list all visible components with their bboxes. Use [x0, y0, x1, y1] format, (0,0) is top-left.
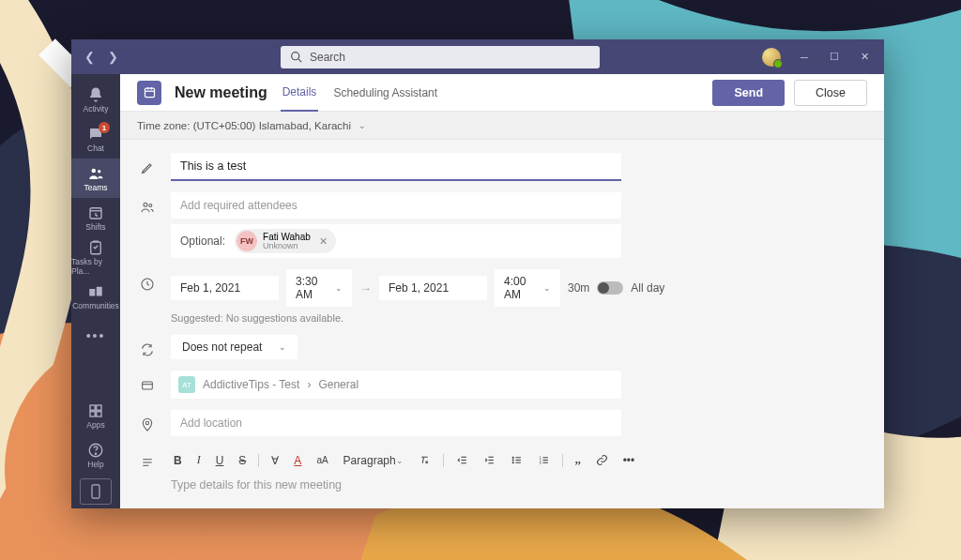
more-icon: ••• — [87, 327, 104, 344]
indent-button[interactable] — [480, 452, 498, 468]
window-minimize-button[interactable]: ─ — [798, 52, 811, 63]
underline-button[interactable]: U — [213, 452, 227, 469]
rail-tasks[interactable]: Tasks by Pla... — [71, 237, 120, 277]
font-size-button[interactable]: aA — [313, 453, 330, 467]
rail-help[interactable]: Help — [71, 435, 120, 475]
tab-scheduling-assistant[interactable]: Scheduling Assistant — [331, 75, 439, 111]
svg-rect-11 — [89, 289, 95, 296]
pencil-icon — [139, 153, 156, 175]
search-placeholder: Search — [310, 51, 345, 64]
description-icon — [139, 447, 156, 470]
chevron-right-icon: › — [307, 378, 311, 391]
search-input[interactable]: Search — [281, 46, 600, 68]
details-textarea[interactable]: Type details for this new meeting — [171, 473, 865, 497]
rail-label: Teams — [84, 183, 107, 192]
arrow-right-icon: → — [359, 281, 372, 295]
start-date-input[interactable]: Feb 1, 2021 — [171, 276, 279, 300]
svg-point-5 — [98, 170, 100, 173]
required-attendees-input[interactable]: Add required attendees — [171, 192, 621, 219]
chip-remove-icon[interactable]: ✕ — [316, 235, 330, 248]
location-icon — [139, 410, 156, 432]
svg-point-2 — [292, 53, 299, 60]
people-icon — [139, 192, 156, 215]
nav-forward-icon[interactable]: ❯ — [108, 50, 118, 64]
suggested-times: Suggested: No suggestions available. — [171, 312, 865, 324]
avatar[interactable] — [762, 48, 781, 67]
nav-back-icon[interactable]: ❮ — [84, 50, 95, 64]
location-input[interactable]: Add location — [171, 410, 621, 436]
paragraph-selector[interactable]: Paragraph ⌄ — [341, 452, 406, 469]
all-day-toggle[interactable] — [597, 281, 623, 295]
rail-label: Shifts — [85, 222, 105, 232]
send-button[interactable]: Send — [712, 80, 785, 106]
rail-teams[interactable]: Teams — [71, 159, 120, 198]
close-button[interactable]: Close — [794, 80, 867, 106]
duration-label: 30m — [568, 281, 589, 295]
rail-more[interactable]: ••• — [71, 316, 120, 356]
svg-point-29 — [145, 421, 148, 424]
window-close-button[interactable]: ✕ — [858, 51, 871, 63]
link-button[interactable] — [593, 452, 611, 468]
end-time-input[interactable]: 4:00 AM⌄ — [495, 269, 560, 307]
clock-icon — [139, 269, 156, 292]
bullet-list-button[interactable] — [508, 452, 526, 468]
titlebar: ❮ ❯ Search ─ ☐ ✕ — [71, 39, 884, 74]
rail-apps[interactable]: Apps — [71, 396, 120, 435]
rail-activity[interactable]: Activity — [71, 80, 120, 119]
outdent-button[interactable] — [453, 452, 471, 468]
chevron-down-icon: ⌄ — [543, 283, 551, 293]
window-maximize-button[interactable]: ☐ — [828, 51, 841, 63]
italic-button[interactable]: I — [194, 451, 204, 469]
rail-label: Chat — [87, 144, 104, 153]
svg-point-41 — [512, 462, 513, 463]
rail-chat[interactable]: 1 Chat — [71, 119, 120, 159]
number-list-button[interactable]: 123 — [535, 452, 553, 468]
attendee-chip[interactable]: FW Fati Wahab Unknown ✕ — [235, 229, 336, 253]
communities-icon — [87, 283, 104, 300]
clear-format-button[interactable] — [416, 452, 434, 468]
rail-communities[interactable]: Communities — [71, 277, 120, 316]
svg-rect-16 — [97, 411, 101, 416]
repeat-selector[interactable]: Does not repeat⌄ — [171, 335, 297, 359]
rail-device-button[interactable] — [80, 478, 112, 505]
svg-point-40 — [512, 460, 513, 461]
search-icon — [290, 51, 302, 63]
start-time-input[interactable]: 3:30 AM⌄ — [286, 269, 352, 307]
meeting-title-input[interactable] — [171, 153, 621, 181]
apps-icon — [87, 402, 104, 419]
bell-icon — [87, 86, 104, 103]
quote-button[interactable]: ,, — [572, 451, 584, 469]
channel-team-label: AddictiveTips - Test — [203, 378, 299, 391]
optional-attendees-input[interactable]: Optional: FW Fati Wahab Unknown ✕ — [171, 224, 621, 258]
rail-label: Apps — [86, 420, 104, 430]
channel-icon — [139, 371, 156, 393]
strike-button[interactable]: S — [236, 452, 249, 469]
font-color-button[interactable]: A — [291, 452, 304, 469]
end-date-input[interactable]: Feb 1, 2021 — [379, 276, 487, 300]
separator — [258, 454, 259, 467]
all-day-label: All day — [631, 281, 664, 295]
chip-text: Fati Wahab Unknown — [263, 232, 311, 251]
timezone-selector[interactable]: Time zone: (UTC+05:00) Islamabad, Karach… — [120, 112, 884, 140]
svg-rect-15 — [90, 411, 95, 416]
tab-details[interactable]: Details — [281, 74, 319, 112]
chevron-down-icon: ⌄ — [335, 283, 343, 293]
more-format-button[interactable]: ••• — [620, 452, 638, 469]
left-rail: Activity 1 Chat Teams Shifts Tasks by Pl… — [71, 74, 120, 508]
content-area: New meeting Details Scheduling Assistant… — [120, 74, 884, 508]
svg-line-3 — [298, 59, 301, 62]
svg-point-24 — [144, 203, 147, 206]
channel-selector[interactable]: AT AddictiveTips - Test › General — [171, 371, 621, 399]
teams-icon — [87, 165, 104, 182]
help-icon — [87, 442, 104, 459]
rail-label: Communities — [72, 301, 119, 310]
highlight-button[interactable]: ∀ — [268, 452, 282, 469]
app-window: ❮ ❯ Search ─ ☐ ✕ Activity 1 Chat — [71, 39, 884, 508]
svg-point-18 — [95, 453, 96, 454]
channel-name-label: General — [318, 378, 358, 391]
chip-avatar: FW — [236, 231, 257, 251]
svg-rect-20 — [145, 88, 154, 97]
svg-rect-27 — [143, 382, 153, 389]
bold-button[interactable]: B — [171, 452, 185, 469]
rail-shifts[interactable]: Shifts — [71, 198, 120, 237]
